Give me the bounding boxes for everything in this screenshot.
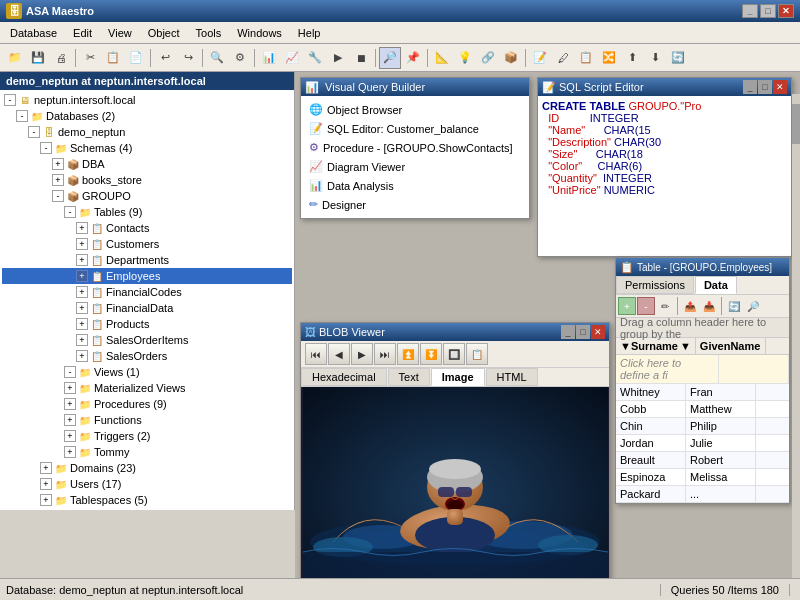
vqb-item-diagram[interactable]: 📈 Diagram Viewer: [305, 157, 525, 176]
tree-toggle-tommy[interactable]: +: [64, 446, 76, 458]
panel-resize-handle[interactable]: [291, 72, 295, 578]
tree-products[interactable]: + 📋 Products: [2, 316, 292, 332]
minimize-button[interactable]: _: [742, 4, 758, 18]
sql-close[interactable]: ✕: [773, 80, 787, 94]
tree-toggle-domains[interactable]: +: [40, 462, 52, 474]
menu-view[interactable]: View: [100, 25, 140, 41]
tree-toggle-views[interactable]: -: [64, 366, 76, 378]
close-button[interactable]: ✕: [778, 4, 794, 18]
tree-books-store[interactable]: + 📦 books_store: [2, 172, 292, 188]
tree-customers[interactable]: + 📋 Customers: [2, 236, 292, 252]
tree-demo-neptun[interactable]: - 🗄 demo_neptun: [2, 124, 292, 140]
tree-toggle-dba[interactable]: +: [52, 158, 64, 170]
tree-toggle-sales-order-items[interactable]: +: [76, 334, 88, 346]
tb-list[interactable]: 📋: [575, 47, 597, 69]
tb-filter[interactable]: 🔎: [379, 47, 401, 69]
table-tab-permissions[interactable]: Permissions: [616, 276, 694, 294]
tree-sales-orders[interactable]: + 📋 SalesOrders: [2, 348, 292, 364]
tree-toggle-mat-views[interactable]: +: [64, 382, 76, 394]
tb-save[interactable]: 💾: [27, 47, 49, 69]
table-row[interactable]: Espinoza Melissa: [616, 469, 789, 486]
blob-titlebar[interactable]: 🖼 BLOB Viewer _ □ ✕: [301, 323, 609, 341]
tb-undo[interactable]: ↩: [154, 47, 176, 69]
table-row[interactable]: Cobb Matthew: [616, 401, 789, 418]
tree-toggle-schemas[interactable]: -: [40, 142, 52, 154]
tb-up[interactable]: ⬆: [621, 47, 643, 69]
blob-restore[interactable]: □: [576, 325, 590, 339]
tb-print[interactable]: 🖨: [50, 47, 72, 69]
blob-next-btn[interactable]: ▶: [351, 343, 373, 365]
sql-minimize[interactable]: _: [743, 80, 757, 94]
tree-toggle-financial-data[interactable]: +: [76, 302, 88, 314]
tb-chart[interactable]: 📊: [258, 47, 280, 69]
blob-last-btn[interactable]: ⏭: [374, 343, 396, 365]
menu-help[interactable]: Help: [290, 25, 329, 41]
table-row[interactable]: Breault Robert: [616, 452, 789, 469]
tree-tablespaces[interactable]: + 📁 Tablespaces (5): [2, 492, 292, 508]
tree-toggle-contacts[interactable]: +: [76, 222, 88, 234]
tb-cut[interactable]: ✂: [79, 47, 101, 69]
tree-toggle-groupo[interactable]: -: [52, 190, 64, 202]
blob-minimize[interactable]: _: [561, 325, 575, 339]
sql-titlebar[interactable]: 📝 SQL Script Editor _ □ ✕: [538, 78, 791, 96]
vqb-item-procedure[interactable]: ⚙ Procedure - [GROUPO.ShowContacts]: [305, 138, 525, 157]
tree-toggle-demo-neptun[interactable]: -: [28, 126, 40, 138]
blob-tab-html[interactable]: HTML: [486, 368, 538, 386]
maximize-button[interactable]: □: [760, 4, 776, 18]
tree-toggle-tables[interactable]: -: [64, 206, 76, 218]
table-export-btn[interactable]: 📤: [681, 297, 699, 315]
tree-domains[interactable]: + 📁 Domains (23): [2, 460, 292, 476]
table-edit-btn[interactable]: ✏: [656, 297, 674, 315]
table-filter-btn[interactable]: 🔎: [744, 297, 762, 315]
tb-package[interactable]: 📦: [500, 47, 522, 69]
tree-tommy[interactable]: + 📁 Tommy: [2, 444, 292, 460]
table-row[interactable]: Whitney Fran: [616, 384, 789, 401]
tb-ruler[interactable]: 📐: [431, 47, 453, 69]
tree-triggers[interactable]: + 📁 Triggers (2): [2, 428, 292, 444]
tb-refresh[interactable]: 🔄: [667, 47, 689, 69]
tb-new[interactable]: 📁: [4, 47, 26, 69]
blob-tab-hex[interactable]: Hexadecimal: [301, 368, 387, 386]
tree-toggle-departments[interactable]: +: [76, 254, 88, 266]
tb-copy[interactable]: 📋: [102, 47, 124, 69]
table-tab-data[interactable]: Data: [695, 276, 737, 294]
vqb-item-sql-editor[interactable]: 📝 SQL Editor: Customer_balance: [305, 119, 525, 138]
table-refresh-btn[interactable]: 🔄: [725, 297, 743, 315]
tree-financial-codes[interactable]: + 📋 FinancialCodes: [2, 284, 292, 300]
right-scrollbar[interactable]: [792, 94, 800, 578]
tree-dba[interactable]: + 📦 DBA: [2, 156, 292, 172]
tb-run[interactable]: ▶: [327, 47, 349, 69]
tree-toggle-financial-codes[interactable]: +: [76, 286, 88, 298]
menu-database[interactable]: Database: [2, 25, 65, 41]
tree-financial-data[interactable]: + 📋 FinancialData: [2, 300, 292, 316]
blob-tab-image[interactable]: Image: [431, 368, 485, 386]
tree-toggle-root[interactable]: -: [4, 94, 16, 106]
tree-functions[interactable]: + 📁 Functions: [2, 412, 292, 428]
table-delete-btn[interactable]: -: [637, 297, 655, 315]
tree-toggle-functions[interactable]: +: [64, 414, 76, 426]
tree-toggle-customers[interactable]: +: [76, 238, 88, 250]
blob-first-btn[interactable]: ⏮: [305, 343, 327, 365]
tb-edit[interactable]: 🖊: [552, 47, 574, 69]
tree-materialized-views[interactable]: + 📁 Materialized Views: [2, 380, 292, 396]
blob-grid-btn[interactable]: 🔲: [443, 343, 465, 365]
sql-maximize[interactable]: □: [758, 80, 772, 94]
blob-close[interactable]: ✕: [591, 325, 605, 339]
blob-prev-btn[interactable]: ◀: [328, 343, 350, 365]
blob-down-btn[interactable]: ⏬: [420, 343, 442, 365]
menu-windows[interactable]: Windows: [229, 25, 290, 41]
tree-toggle-employees[interactable]: +: [76, 270, 88, 282]
tb-pin[interactable]: 📌: [402, 47, 424, 69]
table-import-btn[interactable]: 📥: [700, 297, 718, 315]
tree-toggle-books-store[interactable]: +: [52, 174, 64, 186]
tb-tools[interactable]: 🔧: [304, 47, 326, 69]
tb-search[interactable]: 🔍: [206, 47, 228, 69]
tb-graph[interactable]: 📈: [281, 47, 303, 69]
vqb-titlebar[interactable]: 📊 Visual Query Builder: [301, 78, 529, 96]
tree-employees[interactable]: + 📋 Employees: [2, 268, 292, 284]
blob-copy-btn[interactable]: 📋: [466, 343, 488, 365]
tree-views[interactable]: - 📁 Views (1): [2, 364, 292, 380]
tb-paste[interactable]: 📄: [125, 47, 147, 69]
tree-users[interactable]: + 📁 Users (17): [2, 476, 292, 492]
table-row[interactable]: Packard ...: [616, 486, 789, 503]
